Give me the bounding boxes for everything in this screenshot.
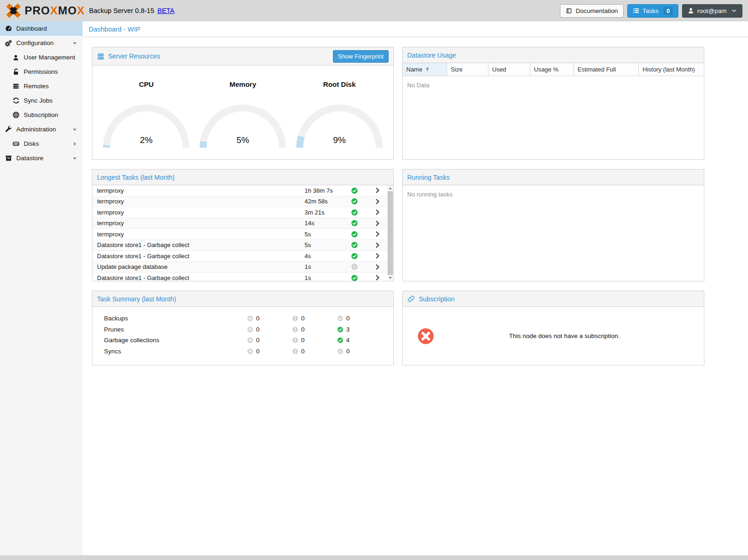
- task-row[interactable]: Datastore store1 - Garbage collect4s: [92, 251, 387, 262]
- task-open-chevron-icon[interactable]: [368, 220, 387, 227]
- task-name: termproxy: [92, 220, 305, 227]
- scrollbar-thumb[interactable]: [388, 191, 393, 275]
- sidebar-item-subscription[interactable]: Subscription: [0, 108, 83, 122]
- task-duration: 1s: [305, 263, 351, 270]
- task-open-chevron-icon[interactable]: [368, 198, 387, 205]
- running-tasks-title: Running Tasks: [407, 174, 450, 181]
- sidebar-item-remotes[interactable]: Remotes: [0, 79, 83, 93]
- task-open-chevron-icon[interactable]: [368, 187, 387, 194]
- page-title: Dashboard - WIP: [89, 26, 140, 33]
- task-open-chevron-icon[interactable]: [368, 264, 387, 270]
- ok-count-icon: [337, 326, 344, 333]
- longest-tasks-title: Longest Tasks (last Month): [97, 174, 175, 181]
- task-status-unknown-icon: ?: [351, 263, 368, 270]
- task-duration: 3m 21s: [305, 209, 351, 216]
- task-open-chevron-icon[interactable]: [368, 274, 387, 281]
- error-count-icon: [247, 337, 254, 344]
- sidebar-item-label: Disks: [24, 140, 39, 147]
- task-summary-body: Backups000Prunes003Garbage collections00…: [92, 307, 393, 357]
- task-row[interactable]: Datastore store1 - Garbage collect5s: [92, 240, 387, 251]
- scroll-up-icon[interactable]: [387, 185, 393, 191]
- beta-link[interactable]: BETA: [157, 7, 175, 14]
- horizontal-scrollbar[interactable]: [0, 555, 748, 560]
- gauge-root-disk: Root Disk9%: [295, 65, 384, 148]
- gauges-row: CPU2%Memory5%Root Disk9%: [92, 65, 393, 148]
- sidebar-item-disks[interactable]: Disks: [0, 137, 83, 151]
- column-header-usage-[interactable]: Usage %: [530, 63, 574, 76]
- longest-tasks-list: termproxy1h 38m 7stermproxy42m 58stermpr…: [92, 185, 393, 281]
- task-list-icon: [633, 7, 639, 14]
- sidebar-item-datastore[interactable]: Datastore: [0, 151, 83, 165]
- documentation-button[interactable]: Documentation: [560, 4, 624, 18]
- column-label: History (last Month): [643, 66, 695, 73]
- sidebar-item-label: Dashboard: [16, 25, 47, 32]
- column-header-used[interactable]: Used: [488, 63, 530, 76]
- panel-task-summary: Task Summary (last Month) Backups000Prun…: [92, 291, 394, 365]
- warning-count-icon: [292, 326, 299, 333]
- task-row[interactable]: Datastore store1 - Garbage collect1s: [92, 273, 387, 281]
- task-duration: 5s: [305, 241, 351, 248]
- task-name: termproxy: [92, 187, 305, 194]
- sidebar-item-sync-jobs[interactable]: Sync Jobs: [0, 93, 83, 108]
- main-content: Dashboard - WIP Server Resources Show Fi…: [83, 21, 748, 555]
- unlock-icon: [12, 68, 20, 75]
- warning-count: 0: [301, 337, 305, 344]
- scroll-down-icon[interactable]: [387, 275, 393, 281]
- subscription-title: Subscription: [419, 295, 455, 303]
- task-open-chevron-icon[interactable]: [368, 231, 387, 237]
- sidebar-item-configuration[interactable]: Configuration: [0, 36, 83, 50]
- column-label: Used: [492, 66, 506, 73]
- task-name: termproxy: [92, 198, 305, 205]
- task-row[interactable]: termproxy1h 38m 7s: [92, 185, 387, 196]
- sidebar-item-label: Datastore: [16, 155, 44, 162]
- caret-down-icon[interactable]: [72, 127, 77, 132]
- column-label: Size: [451, 66, 462, 73]
- column-header-name[interactable]: Name: [403, 63, 447, 76]
- sync-icon: [12, 97, 20, 104]
- column-header-size[interactable]: Size: [447, 63, 488, 76]
- show-fingerprint-button[interactable]: Show Fingerprint: [333, 50, 389, 63]
- datastore-empty-text: No Data: [403, 76, 704, 94]
- ok-count-icon: [337, 337, 344, 344]
- warning-count: 0: [301, 348, 305, 355]
- vertical-scrollbar[interactable]: [387, 185, 393, 281]
- user-label: root@pam: [697, 7, 727, 14]
- gauge-value: 2%: [103, 135, 189, 145]
- task-row[interactable]: Update package database1s?: [92, 262, 387, 273]
- task-row[interactable]: termproxy3m 21s: [92, 207, 387, 218]
- svg-text:?: ?: [353, 265, 356, 269]
- task-open-chevron-icon[interactable]: [368, 253, 387, 259]
- sidebar-item-permissions[interactable]: Permissions: [0, 65, 83, 79]
- task-row[interactable]: termproxy14s: [92, 218, 387, 229]
- task-open-chevron-icon[interactable]: [368, 209, 387, 215]
- task-duration: 1h 38m 7s: [305, 187, 351, 194]
- task-row[interactable]: termproxy42m 58s: [92, 196, 387, 208]
- column-label: Name: [406, 66, 423, 73]
- wrench-icon: [4, 126, 13, 133]
- sidebar-item-administration[interactable]: Administration: [0, 122, 83, 137]
- summary-label: Syncs: [92, 348, 247, 355]
- running-tasks-empty-text: No running tasks: [403, 185, 704, 203]
- brand-text: PROXMOX: [25, 5, 85, 16]
- caret-down-icon[interactable]: [72, 156, 77, 161]
- ok-count: 3: [346, 326, 350, 333]
- user-menu-button[interactable]: root@pam: [682, 4, 742, 18]
- error-count-icon: [247, 326, 254, 333]
- task-duration: 42m 58s: [305, 198, 351, 205]
- sidebar-item-user-management[interactable]: User Management: [0, 50, 83, 65]
- column-header-history-last-month-[interactable]: History (last Month): [639, 63, 704, 76]
- tasks-button[interactable]: Tasks 0: [627, 4, 678, 18]
- task-duration: 14s: [305, 220, 351, 227]
- task-row[interactable]: termproxy5s: [92, 229, 387, 240]
- task-open-chevron-icon[interactable]: [368, 242, 387, 248]
- task-duration: 5s: [305, 231, 351, 238]
- sidebar-item-dashboard[interactable]: Dashboard: [0, 21, 83, 36]
- task-duration: 1s: [305, 274, 351, 281]
- error-count: 0: [256, 337, 260, 344]
- column-header-estimated-full[interactable]: Estimated Full: [574, 63, 639, 76]
- sidebar-item-label: Administration: [16, 126, 56, 133]
- caret-right-icon[interactable]: [72, 142, 77, 146]
- caret-down-icon[interactable]: [72, 41, 77, 46]
- remotes-icon: [12, 83, 20, 90]
- task-status-ok-icon: [351, 241, 368, 248]
